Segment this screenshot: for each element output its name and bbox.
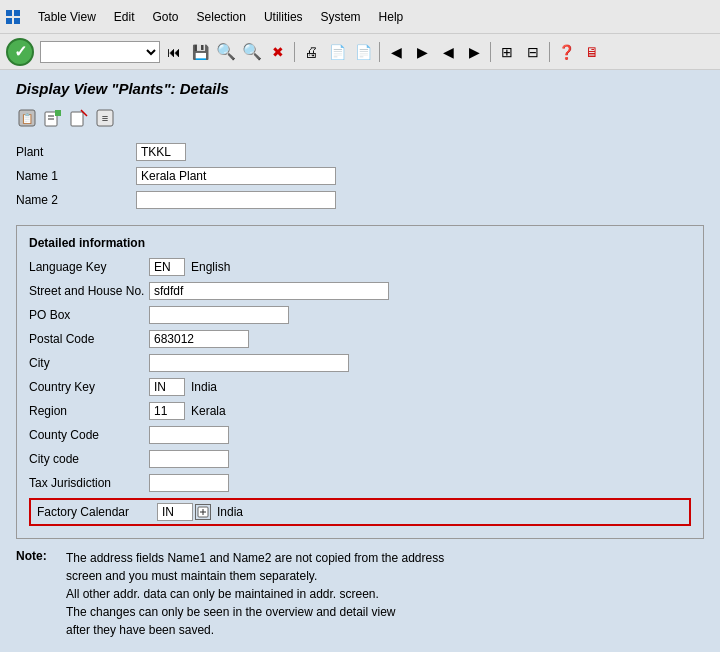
postal-code-label: Postal Code <box>29 332 149 346</box>
toolbar-system-button[interactable]: 🖥 <box>580 40 604 64</box>
separator-2 <box>379 42 380 62</box>
svg-rect-10 <box>71 112 83 126</box>
toolbar-btn-8[interactable]: ▶ <box>462 40 486 64</box>
country-key-text: India <box>191 380 217 394</box>
first-nav-button[interactable]: ⏮ <box>162 40 186 64</box>
tax-jurisdiction-label: Tax Jurisdiction <box>29 476 149 490</box>
region-input[interactable] <box>149 402 185 420</box>
toolbar-btn-6[interactable]: 📄 <box>351 40 375 64</box>
action-icon-4[interactable]: ≡ <box>94 107 116 129</box>
action-icon-3[interactable] <box>68 107 90 129</box>
menu-help[interactable]: Help <box>371 6 412 28</box>
city-code-label: City code <box>29 452 149 466</box>
menu-goto[interactable]: Goto <box>145 6 187 28</box>
street-row: Street and House No. <box>29 282 691 300</box>
name1-label: Name 1 <box>16 169 136 183</box>
toolbar-find-button[interactable]: 🔍 <box>240 40 264 64</box>
separator-4 <box>549 42 550 62</box>
postal-code-input[interactable] <box>149 330 249 348</box>
region-label: Region <box>29 404 149 418</box>
po-box-input[interactable] <box>149 306 289 324</box>
toolbar-save-button[interactable]: 💾 <box>188 40 212 64</box>
plant-input[interactable] <box>136 143 186 161</box>
language-key-row: Language Key English <box>29 258 691 276</box>
note-section: Note: The address fields Name1 and Name2… <box>16 549 704 639</box>
name2-label: Name 2 <box>16 193 136 207</box>
svg-text:≡: ≡ <box>102 112 108 124</box>
factory-calendar-input[interactable] <box>157 503 193 521</box>
region-text: Kerala <box>191 404 226 418</box>
toolbar-print-button[interactable]: 🖨 <box>299 40 323 64</box>
street-label: Street and House No. <box>29 284 149 298</box>
postal-code-row: Postal Code <box>29 330 691 348</box>
svg-rect-0 <box>6 10 12 16</box>
action-icon-2[interactable] <box>42 107 64 129</box>
svg-text:📋: 📋 <box>21 112 34 125</box>
tax-jurisdiction-input[interactable] <box>149 474 229 492</box>
toolbar-btn-5[interactable]: 📄 <box>325 40 349 64</box>
county-code-row: County Code <box>29 426 691 444</box>
name2-row: Name 2 <box>16 191 704 209</box>
menu-edit[interactable]: Edit <box>106 6 143 28</box>
note-line-5: after they have been saved. <box>66 621 444 639</box>
svg-rect-3 <box>14 18 20 24</box>
separator-1 <box>294 42 295 62</box>
svg-marker-9 <box>55 110 61 116</box>
sap-icon <box>4 8 22 26</box>
note-line-2: screen and you must maintain them separa… <box>66 567 444 585</box>
menu-table-view[interactable]: Table View <box>30 6 104 28</box>
language-key-text: English <box>191 260 230 274</box>
toolbar-btn-7[interactable]: ◀ <box>436 40 460 64</box>
po-box-label: PO Box <box>29 308 149 322</box>
toolbar-help-button[interactable]: ❓ <box>554 40 578 64</box>
note-line-3: All other addr. data can only be maintai… <box>66 585 444 603</box>
page-title: Display View "Plants": Details <box>16 80 704 97</box>
factory-calendar-browse-button[interactable] <box>195 504 211 520</box>
menu-utilities[interactable]: Utilities <box>256 6 311 28</box>
street-input[interactable] <box>149 282 389 300</box>
note-label: Note: <box>16 549 56 639</box>
country-key-row: Country Key India <box>29 378 691 396</box>
section-title: Detailed information <box>29 236 691 250</box>
main-content: Display View "Plants": Details 📋 <box>0 70 720 652</box>
svg-rect-1 <box>14 10 20 16</box>
menu-system[interactable]: System <box>313 6 369 28</box>
city-code-input[interactable] <box>149 450 229 468</box>
toolbar-combo[interactable] <box>40 41 160 63</box>
toolbar-btn-9[interactable]: ⊞ <box>495 40 519 64</box>
toolbar: ⏮ 💾 🔍 🔍 ✖ 🖨 📄 📄 ◀ ▶ ◀ ▶ ⊞ ⊟ ❓ 🖥 <box>0 34 720 70</box>
name1-row: Name 1 <box>16 167 704 185</box>
menu-bar: Table View Edit Goto Selection Utilities… <box>0 0 720 34</box>
factory-calendar-row: Factory Calendar India <box>29 498 691 526</box>
name1-input[interactable] <box>136 167 336 185</box>
region-row: Region Kerala <box>29 402 691 420</box>
language-key-label: Language Key <box>29 260 149 274</box>
action-icons: 📋 ≡ <box>16 107 704 129</box>
toolbar-stop-button[interactable]: ✖ <box>266 40 290 64</box>
country-key-input[interactable] <box>149 378 185 396</box>
note-content: The address fields Name1 and Name2 are n… <box>66 549 444 639</box>
county-code-label: County Code <box>29 428 149 442</box>
county-code-input[interactable] <box>149 426 229 444</box>
note-line-1: The address fields Name1 and Name2 are n… <box>66 549 444 567</box>
factory-calendar-text: India <box>217 505 243 519</box>
plant-row: Plant <box>16 143 704 161</box>
separator-3 <box>490 42 491 62</box>
confirm-button[interactable] <box>6 38 34 66</box>
city-code-row: City code <box>29 450 691 468</box>
note-line-4: The changes can only be seen in the over… <box>66 603 444 621</box>
tax-jurisdiction-row: Tax Jurisdiction <box>29 474 691 492</box>
toolbar-back-button[interactable]: ◀ <box>384 40 408 64</box>
toolbar-forward-button[interactable]: ▶ <box>410 40 434 64</box>
toolbar-search-button[interactable]: 🔍 <box>214 40 238 64</box>
language-key-input[interactable] <box>149 258 185 276</box>
action-icon-1[interactable]: 📋 <box>16 107 38 129</box>
factory-calendar-label: Factory Calendar <box>37 505 157 519</box>
po-box-row: PO Box <box>29 306 691 324</box>
city-label: City <box>29 356 149 370</box>
city-row: City <box>29 354 691 372</box>
menu-selection[interactable]: Selection <box>189 6 254 28</box>
city-input[interactable] <box>149 354 349 372</box>
name2-input[interactable] <box>136 191 336 209</box>
toolbar-btn-10[interactable]: ⊟ <box>521 40 545 64</box>
